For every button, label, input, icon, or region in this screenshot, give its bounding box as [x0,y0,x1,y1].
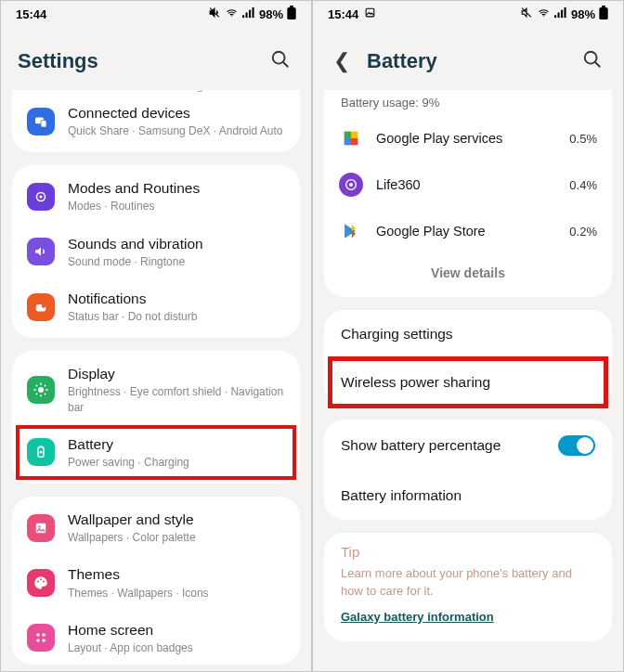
wifi-icon [225,6,239,21]
svg-rect-4 [290,6,293,7]
search-button[interactable] [266,45,294,77]
item-home-screen[interactable]: Home screen Layout · App icon badges [12,611,300,661]
svg-rect-39 [564,7,566,18]
item-title: Home screen [68,621,285,640]
notifications-icon [27,293,55,321]
settings-header: Settings [1,27,311,90]
app-name: Life360 [376,177,556,192]
themes-icon [27,569,55,597]
search-button[interactable] [578,45,606,77]
item-modes-routines[interactable]: Modes and Routines Modes · Routines [12,169,300,224]
clock: 15:44 [328,7,358,21]
item-label: Charging settings [341,326,453,342]
app-name: Google Play Store [376,224,556,239]
item-title: Sounds and vibration [68,235,285,253]
battery-usage-card: Battery usage: 9% Google Play services 0… [324,90,612,297]
sound-icon [27,238,55,265]
status-bar: 15:44 98% [1,1,311,27]
play-services-icon [339,126,363,150]
svg-point-42 [585,52,597,64]
battery-settings-icon [27,438,55,466]
svg-rect-9 [41,120,46,127]
life360-icon [339,173,363,197]
svg-rect-46 [344,138,351,145]
item-title: Connected devices [68,104,285,123]
item-title: Display [68,365,285,383]
mute-icon [208,6,221,21]
svg-rect-45 [351,132,358,138]
item-sub: Layout · App icon badges [68,640,285,655]
item-sub: Themes · Wallpapers · Icons [68,586,285,601]
svg-line-20 [45,394,46,395]
view-details-button[interactable]: View details [324,254,612,293]
item-sounds[interactable]: Sounds and vibration Sound mode · Ringto… [12,225,300,279]
app-usage-row[interactable]: Google Play Store 0.2% [324,208,612,254]
battery-pct: 98% [259,7,283,21]
item-sub: Wallpapers · Color palette [68,530,285,545]
svg-line-43 [595,62,601,68]
play-store-icon [339,219,363,243]
app-usage-row[interactable]: Google Play services 0.5% [324,115,612,162]
svg-line-21 [36,394,38,395]
item-sub: Modes · Routines [68,199,285,213]
battery-screen: 15:44 98% ❮ Battery [312,0,624,672]
item-battery[interactable]: Battery Power saving · Charging [12,425,300,480]
page-title: Battery [367,49,437,73]
item-title: Notifications [68,290,285,308]
item-sub: Sound mode · Ringtone [68,254,285,269]
settings-group-personalize: Modes and Routines Modes · Routines Soun… [12,165,300,338]
battery-settings-card: Charging settings Wireless power sharing [324,310,612,407]
item-title: Modes and Routines [68,179,285,198]
item-themes[interactable]: Themes Themes · Wallpapers · Icons [12,555,300,610]
mute-icon [520,6,533,21]
screenshot-icon [364,6,376,21]
signal-icon [242,6,255,21]
toggle-switch[interactable] [558,435,595,456]
svg-rect-31 [37,634,40,637]
item-label: Show battery percentage [341,437,500,454]
item-charging-settings[interactable]: Charging settings [324,310,612,358]
svg-point-25 [40,451,43,454]
svg-rect-40 [602,6,605,7]
usage-label: Battery usage: 9% [324,90,612,115]
item-notifications[interactable]: Notifications Status bar · Do not distur… [12,279,300,334]
battery-icon [287,6,296,22]
item-sub: Brightness · Eye comfort shield · Naviga… [68,384,285,414]
item-wallpaper[interactable]: Wallpaper and style Wallpapers · Color p… [12,500,300,555]
svg-rect-47 [351,138,358,145]
home-icon [27,624,55,652]
app-usage-row[interactable]: Life360 0.4% [324,162,612,208]
svg-line-19 [36,385,38,387]
item-display[interactable]: Display Brightness · Eye comfort shield … [12,355,300,425]
item-label: Wireless power sharing [341,374,490,391]
back-button[interactable]: ❮ [330,49,354,73]
item-connected-devices[interactable]: Connected devices Quick Share · Samsung … [12,94,300,149]
svg-point-27 [38,525,40,527]
svg-point-14 [38,387,44,393]
tip-body: Learn more about your phone's battery an… [341,565,595,601]
item-wireless-power-sharing[interactable]: Wireless power sharing [324,358,612,407]
svg-rect-36 [554,15,556,18]
svg-rect-0 [242,15,244,18]
tip-link[interactable]: Galaxy battery information [341,610,494,624]
svg-point-29 [40,578,42,580]
settings-group-display: Display Brightness · Eye comfort shield … [12,351,300,484]
svg-rect-24 [40,446,43,448]
item-title: Wallpaper and style [68,510,285,529]
item-show-battery-pct[interactable]: Show battery percentage [324,420,612,472]
item-sub: Quick Share · Samsung DeX · Android Auto [68,123,285,138]
item-battery-information[interactable]: Battery information [324,472,612,520]
svg-rect-34 [43,640,46,642]
app-pct: 0.5% [569,132,597,146]
connected-devices-icon [27,108,55,136]
svg-line-22 [45,385,46,387]
item-label: Battery information [341,487,462,504]
item-sub: Status bar · Do not disturb [68,309,285,324]
display-icon [27,376,55,404]
app-pct: 0.2% [569,225,597,239]
tip-title: Tip [341,544,595,560]
modes-icon [27,183,55,211]
signal-icon [554,6,567,21]
page-title: Settings [18,49,98,73]
svg-point-28 [37,581,39,583]
